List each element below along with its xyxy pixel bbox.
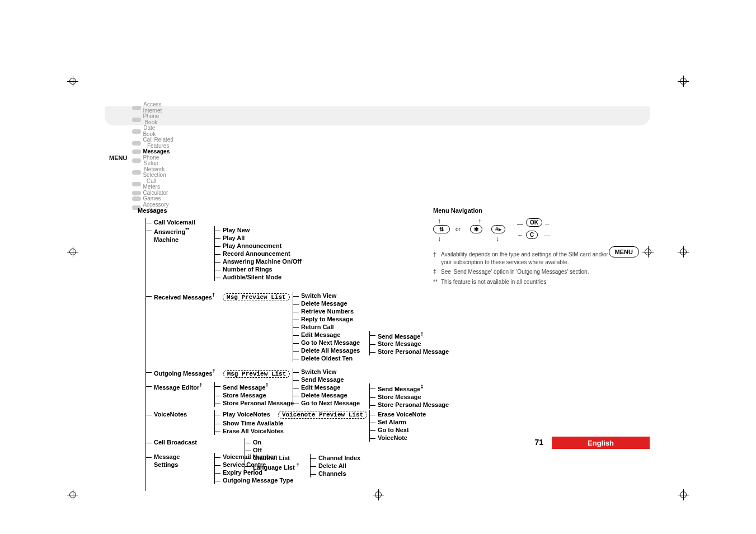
tree-item: Switch View [293, 368, 360, 376]
crop-mark [678, 246, 689, 257]
menu-root-label: MENU [109, 154, 130, 161]
menu-breadcrumb: MENU AccessInternetPhoneBookDateBookCall… [105, 101, 650, 129]
tree-received-messages: Received Messages† Msg Preview List Swit… [146, 292, 429, 302]
menu-item: PhoneSetup [130, 155, 175, 167]
crop-mark [373, 489, 384, 500]
c-key-icon: C [526, 231, 538, 239]
tree-title: Messages [138, 207, 429, 214]
tree-voicenotes: VoiceNotes Play VoiceNotes Voicenote Pre… [146, 410, 429, 418]
tree-item: Play New [215, 226, 302, 234]
tree-item: Play All [215, 234, 302, 242]
tree-item: Service Centre [215, 461, 293, 469]
footnote: ‡See 'Send Message' option in 'Outgoing … [433, 268, 612, 276]
tree-message-editor: Message Editor† Send Message‡Store Messa… [146, 382, 429, 391]
menu-item: NetworkSelection [130, 167, 175, 179]
or-label: or [456, 226, 461, 232]
tree-answering-machine: Answering** Machine Play NewPlay AllPlay… [146, 226, 429, 243]
crop-mark [678, 489, 689, 500]
ok-key-icon: OK [526, 218, 542, 227]
tree-item: Switch View [293, 292, 360, 299]
tree-message-settings: Message Settings Voicemail NumberService… [146, 453, 429, 469]
tree-call-voicemail: Call Voicemail [146, 218, 429, 226]
tree-outgoing-messages: Outgoing Messages† Msg Preview List Swit… [146, 368, 429, 378]
footnote: †Availability depends on the type and se… [433, 251, 612, 266]
footnote: **This feature is not available in all c… [433, 278, 612, 286]
page-number: 71 [534, 438, 543, 447]
crop-mark [67, 76, 78, 87]
menu-item: CallMeters [130, 179, 175, 190]
menu-item: Call RelatedFeatures [130, 137, 175, 149]
page-footer: 71 English [0, 437, 756, 449]
voicenote-preview-chip: Voicenote Preview List [278, 411, 367, 419]
menu-item: PhoneBook [130, 114, 175, 125]
hash-key-icon: #▸ [491, 225, 505, 233]
crop-mark [678, 76, 689, 87]
star-key-icon: ✱ [470, 225, 482, 233]
scroll-key-icon: ⇅ [433, 225, 450, 233]
menu-item: DateBook [130, 125, 175, 137]
menu-item: Games [130, 196, 175, 202]
menu-badge: MENU [609, 246, 654, 257]
crop-mark [67, 246, 78, 257]
menu-nav-title: Menu Navigation [433, 207, 612, 214]
crop-mark [67, 489, 78, 500]
tree-item: Send Message‡ [215, 382, 294, 391]
msg-preview-chip: Msg Preview List [223, 370, 290, 378]
tree-item: Erase VoiceNote [370, 410, 426, 418]
tree-item: Voicemail Number [215, 453, 293, 461]
menu-item: Messages [130, 149, 175, 155]
language-label: English [552, 437, 650, 449]
menu-navigation-panel: Menu Navigation ↑ ⇅ ↓ or ↑ ✱ #▸ ↓ — OK →… [433, 207, 612, 288]
msg-preview-chip: Msg Preview List [223, 293, 290, 301]
footnotes: †Availability depends on the type and se… [433, 251, 612, 285]
nav-keys-diagram: ↑ ⇅ ↓ or ↑ ✱ #▸ ↓ — OK → ← C — [433, 217, 612, 245]
menu-item: AccessInternet [130, 102, 175, 114]
